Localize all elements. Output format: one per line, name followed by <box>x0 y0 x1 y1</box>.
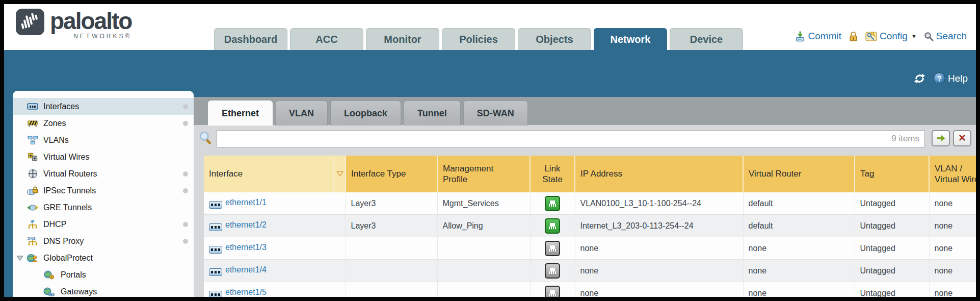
green-arrow-icon <box>936 135 946 142</box>
col-virtual-router[interactable]: Virtual Router <box>743 156 855 192</box>
svg-text:DNS: DNS <box>28 236 36 241</box>
cell-link-state <box>530 192 575 215</box>
cell-interface-type <box>346 260 437 282</box>
cell-interface: ethernet1/3 <box>204 237 346 260</box>
lock-button[interactable] <box>849 31 858 42</box>
top-header: paloalto NETWORKS® DashboardACCMonitorPo… <box>4 4 976 50</box>
link-state-up-icon <box>545 196 560 211</box>
interface-link[interactable]: ethernet1/1 <box>225 198 267 207</box>
zones-icon <box>27 119 38 128</box>
cell-virtual-router: none <box>743 260 855 282</box>
commit-icon <box>794 31 806 42</box>
refresh-icon <box>914 73 925 84</box>
filter-magnifier-icon <box>199 131 211 146</box>
cell-link-state <box>530 237 575 260</box>
link-state-up-icon <box>545 218 560 234</box>
col-interface-type[interactable]: Interface Type <box>346 156 437 192</box>
apply-filter-button[interactable] <box>932 130 950 146</box>
status-dot <box>183 188 188 193</box>
filter-input[interactable] <box>217 131 891 147</box>
sort-dropdown[interactable] <box>334 156 346 192</box>
gre-tunnels-icon <box>27 204 38 212</box>
cell-ip-address: Internet_L3_203-0-113-254--24 <box>575 215 743 237</box>
sidebar-item-globalprotect[interactable]: GlobalProtect <box>13 249 194 266</box>
sidebar-item-virtual-wires[interactable]: Virtual Wires <box>13 148 194 165</box>
col-interface[interactable]: Interface <box>204 156 334 192</box>
content-panel: EthernetVLANLoopbackTunnelSD-WAN 9 items <box>194 97 976 297</box>
sidebar-item-dhcp[interactable]: IPDHCP <box>13 216 194 233</box>
col-management-profile[interactable]: Management Profile <box>437 156 530 192</box>
cell-interface: ethernet1/2 <box>204 215 346 237</box>
ethernet-interface-icon <box>209 268 222 276</box>
link-state-down-icon <box>545 263 560 279</box>
commit-button[interactable]: Commit <box>794 31 841 42</box>
config-menu-button[interactable]: Config ▼ <box>865 31 917 42</box>
sidebar-item-virtual-routers[interactable]: Virtual Routers <box>13 165 194 182</box>
interface-link[interactable]: ethernet1/4 <box>225 265 267 274</box>
dns-proxy-icon: DNS <box>27 236 38 246</box>
sidebar-item-label: GlobalProtect <box>43 254 93 263</box>
chevron-down-icon: ▼ <box>911 33 917 39</box>
interface-link[interactable]: ethernet1/5 <box>225 288 267 296</box>
sort-arrow-icon <box>336 171 343 177</box>
sidebar-item-gateways[interactable]: Gateways <box>13 283 194 297</box>
clear-filter-button[interactable]: × <box>953 130 971 146</box>
interface-link[interactable]: ethernet1/2 <box>225 220 267 229</box>
cell-link-state <box>530 215 575 237</box>
svg-text:IP: IP <box>31 219 35 224</box>
sidebar-item-label: IPSec Tunnels <box>43 186 96 195</box>
table-row: ethernet1/2 Layer3 Allow_Ping Internet_L… <box>204 215 976 237</box>
tab-vlan[interactable]: VLAN <box>275 101 328 126</box>
tab-sd-wan[interactable]: SD-WAN <box>463 101 528 126</box>
sidebar-item-label: Virtual Wires <box>43 153 89 162</box>
cell-vlan: none <box>929 282 976 297</box>
sidebar-item-gre-tunnels[interactable]: GRE Tunnels <box>13 199 194 216</box>
help-icon: ? <box>934 72 945 84</box>
table-row: ethernet1/5 none none Untagged none <box>204 282 976 297</box>
status-dot <box>183 239 188 244</box>
tab-tunnel[interactable]: Tunnel <box>404 101 461 126</box>
status-dot <box>183 222 188 227</box>
cell-vlan: none <box>929 260 976 282</box>
config-icon <box>865 31 877 42</box>
interface-type-tabs: EthernetVLANLoopbackTunnelSD-WAN <box>208 101 528 126</box>
expander-down-icon[interactable] <box>16 255 23 261</box>
cell-virtual-router: default <box>743 215 855 237</box>
help-button[interactable]: ? Help <box>934 72 968 84</box>
main-tab-policies[interactable]: Policies <box>442 28 515 50</box>
search-button[interactable]: Search <box>924 31 967 42</box>
main-tab-network[interactable]: Network <box>594 28 667 50</box>
refresh-button[interactable] <box>914 73 925 84</box>
cell-ip-address: none <box>575 260 743 282</box>
cell-virtual-router: none <box>743 237 855 260</box>
cell-tag: Untagged <box>855 282 929 297</box>
col-tag[interactable]: Tag <box>855 156 929 192</box>
main-tab-device[interactable]: Device <box>670 28 743 50</box>
tab-loopback[interactable]: Loopback <box>330 101 401 126</box>
main-tab-dashboard[interactable]: Dashboard <box>214 28 287 50</box>
sidebar-item-interfaces[interactable]: Interfaces <box>13 98 194 115</box>
table-row: ethernet1/4 none none Untagged none <box>204 260 976 282</box>
sidebar-item-vlans[interactable]: VLANs <box>13 132 194 148</box>
tab-ethernet[interactable]: Ethernet <box>208 101 273 126</box>
col-vlan-virtual-wire[interactable]: VLAN / Virtual Wire <box>929 156 976 192</box>
main-tab-objects[interactable]: Objects <box>518 28 591 50</box>
sidebar-item-dns-proxy[interactable]: DNSDNS Proxy <box>13 233 194 249</box>
search-icon <box>924 32 934 41</box>
link-state-down-icon <box>545 286 560 297</box>
sidebar-item-portals[interactable]: Portals <box>13 266 194 283</box>
col-ip-address[interactable]: IP Address <box>575 156 743 192</box>
vlans-icon <box>27 136 38 144</box>
paloalto-logo-icon <box>15 8 45 36</box>
cell-management-profile: Mgmt_Services <box>437 192 530 215</box>
sidebar-item-zones[interactable]: Zones <box>13 115 194 132</box>
interface-link[interactable]: ethernet1/3 <box>225 243 267 252</box>
col-link-state[interactable]: Link State <box>530 156 575 192</box>
main-tab-acc[interactable]: ACC <box>290 28 363 50</box>
band-actions: ? Help <box>914 72 968 84</box>
sidebar-item-ipsec-tunnels[interactable]: IPSec Tunnels <box>13 182 194 199</box>
cell-vlan: none <box>929 215 976 237</box>
table-header-row: Interface Interface Type Management Prof… <box>204 156 976 192</box>
globalprotect-icon <box>27 254 38 263</box>
main-tab-monitor[interactable]: Monitor <box>366 28 439 50</box>
